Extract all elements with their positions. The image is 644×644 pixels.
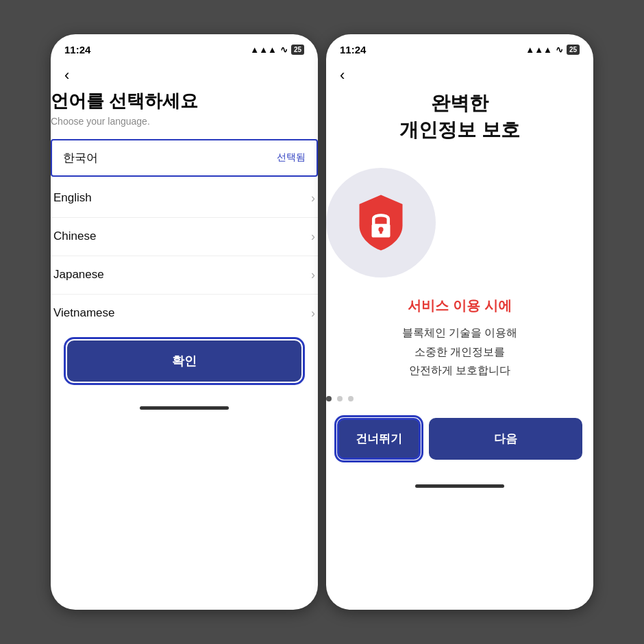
left-status-icons: ▲▲▲ ∿ 25 [250,45,304,55]
language-item-english[interactable]: English › [51,179,318,218]
feature-title: 서비스 이용 시에 [326,297,593,315]
main-title-line1: 완벽한 [431,92,488,114]
screens-container: 11:24 ▲▲▲ ∿ 25 ‹ 언어를 선택하세요 Choose your l… [51,34,593,610]
language-name-chinese: Chinese [53,230,96,243]
main-title: 완벽한 개인정보 보호 [326,90,593,143]
chevron-right-icon: › [311,268,315,282]
dot-2 [337,396,343,401]
right-phone-screen: 11:24 ▲▲▲ ∿ 25 ‹ 완벽한 개인정보 보호 [326,34,593,610]
dot-3 [348,396,354,401]
wifi-icon: ∿ [280,45,288,55]
battery-badge: 25 [567,45,580,55]
battery-badge: 25 [291,45,304,55]
left-bottom-area: 확인 [51,332,318,402]
language-name-japanese: Japanese [53,268,104,282]
feature-desc-line2: 소중한 개인정보를 [414,346,505,358]
main-title-line2: 개인정보 보호 [399,119,520,140]
chevron-right-icon: › [311,230,315,244]
language-item-chinese[interactable]: Chinese › [51,218,318,256]
home-indicator [140,406,229,410]
left-phone-screen: 11:24 ▲▲▲ ∿ 25 ‹ 언어를 선택하세요 Choose your l… [51,34,318,610]
chevron-right-icon: › [311,191,315,206]
confirm-button[interactable]: 확인 [67,340,301,382]
wifi-icon: ∿ [556,45,563,55]
language-name-english: English [53,191,92,205]
back-button[interactable]: ‹ [51,61,318,90]
feature-desc-line1: 블록체인 기술을 이용해 [402,327,518,338]
lock-shield-icon [350,192,412,253]
left-status-bar: 11:24 ▲▲▲ ∿ 25 [51,34,318,61]
pagination-dots [326,396,593,401]
skip-button[interactable]: 건너뛰기 [337,418,421,460]
right-home-indicator [415,484,504,488]
selected-language-name: 한국어 [63,150,98,166]
shield-container [326,168,436,277]
right-bottom-buttons: 건너뛰기 다음 [326,418,593,480]
left-content: 언어를 선택하세요 Choose your language. 한국어 선택됨 … [51,90,318,332]
language-item-vietnamese[interactable]: Vietnamese › [51,295,318,332]
right-status-bar: 11:24 ▲▲▲ ∿ 25 [326,34,593,61]
language-list: English › Chinese › Japanese › Vietnames… [51,179,318,332]
svg-rect-2 [380,230,382,234]
page-subtitle: Choose your language. [51,116,318,127]
signal-icon: ▲▲▲ [525,45,552,55]
feature-desc-line3: 안전하게 보호합니다 [409,364,510,376]
dot-1 [326,396,332,401]
chevron-right-icon: › [311,306,315,321]
right-back-button[interactable]: ‹ [326,61,593,90]
next-button[interactable]: 다음 [429,418,582,460]
right-content: 완벽한 개인정보 보호 서비스 이용 시에 블 [326,90,593,418]
feature-description: 블록체인 기술을 이용해 소중한 개인정보를 안전하게 보호합니다 [326,323,593,380]
signal-icon: ▲▲▲ [250,45,277,55]
left-status-time: 11:24 [64,44,90,55]
page-title: 언어를 선택하세요 [51,90,318,113]
language-item-japanese[interactable]: Japanese › [51,256,318,295]
right-status-icons: ▲▲▲ ∿ 25 [525,45,580,55]
selected-language-badge: 선택됨 [277,151,306,164]
selected-language-item[interactable]: 한국어 선택됨 [51,139,318,177]
right-status-time: 11:24 [340,44,366,55]
language-name-vietnamese: Vietnamese [53,306,114,320]
